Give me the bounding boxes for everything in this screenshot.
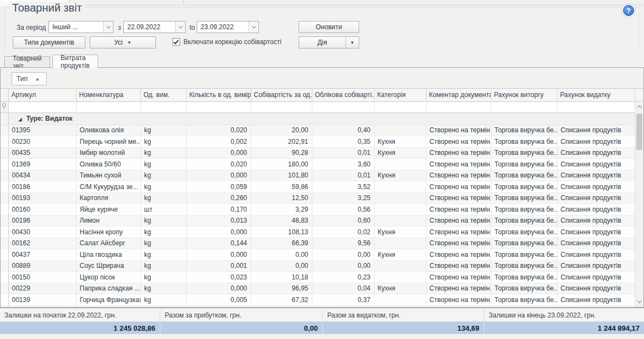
table-row[interactable]: 00150Цукор пісокkg0,02310,180,23Створено… [1,272,635,283]
cell-revenue_account: Торгова виручка бе... [491,294,557,306]
column-header[interactable]: Кількість в од. вимір. [186,89,251,101]
chevron-down-icon[interactable] [103,21,113,33]
cell-category: Кухня [374,147,426,159]
cell-qty: 0,020 [186,159,251,170]
column-header[interactable]: Категорія [374,89,426,101]
filter-cell[interactable] [312,101,374,112]
checkbox-box[interactable] [172,38,180,46]
cell-category [374,204,426,216]
cell-qty: 0,260 [186,192,251,204]
cell-expense_account: Списання продуктів [557,159,635,170]
scrollbar-thumb[interactable] [636,114,642,150]
chevron-down-icon[interactable] [248,21,258,33]
cell-name: Цукор пісок [76,272,140,283]
cell-revenue_account: Торгова виручка бе... [491,249,557,261]
summary-values-row: 1 245 028,860,00134,691 244 894,17 [0,322,644,334]
filter-cell[interactable] [374,101,426,112]
cell-qty: 0,144 [186,238,251,249]
column-header[interactable]: Рахунок видатку [557,89,635,101]
cell-category [374,294,426,306]
scroll-up-button[interactable] [635,103,644,111]
cell-article: 00229 [8,283,76,294]
table-row[interactable]: 00196Лимонkg0,01346,830,60Створено на те… [1,215,635,227]
cell-qty: 0,005 [186,294,251,306]
table-row[interactable]: 00139Горчица Французкаяkg0,00567,320,37С… [1,294,635,306]
cell-unit: kg [140,272,186,283]
cell-qty: 0,000 [186,283,251,294]
group-by-panel: Тип ▲ [1,68,643,89]
chevron-down-icon[interactable] [175,21,185,33]
row-indicator-header [1,89,8,101]
cell-unit: шт [140,204,186,216]
table-row[interactable]: 00162Салат Айсбергkg0,14466,399,56Створе… [1,238,635,249]
cell-expense_account: Списання продуктів [557,238,635,249]
row-indicator [1,272,8,283]
table-row[interactable]: 00186С/М Кукурудза зе...kg0,05959,863,52… [1,181,635,193]
cell-comment: Створено на термін... [426,227,491,238]
period-combobox[interactable]: Інший ... [48,21,113,33]
tab-goods-report[interactable]: Товарний звіт [4,56,50,68]
filter-cell[interactable] [186,101,251,112]
filter-cell[interactable] [557,101,635,112]
cell-unit: kg [140,159,186,170]
column-header[interactable]: Рахунок виторгу [491,89,557,101]
date-to-picker[interactable]: 23.09.2022 [197,21,259,33]
table-row[interactable]: 00435Імбир молотийkg0,00090,280,01КухняС… [1,147,635,159]
from-label: з [118,24,121,31]
action-split-button[interactable]: Дія ▼ [299,36,359,49]
table-row[interactable]: 00229Паприка сладкая ...kg0,00096,950,04… [1,283,635,294]
table-row[interactable]: 00430Насіння кропуkg0,000108,130,02Кухня… [1,227,635,238]
filter-cell[interactable] [491,101,557,112]
table-row[interactable]: 00889Соус Шрирачаkg0,0010,000,00Створено… [1,260,635,272]
filter-cell[interactable] [426,101,491,112]
table-row[interactable]: 00437Ціла гвоздикаkg0,0000,000,00КухняСт… [1,249,635,261]
tab-divider [183,0,184,6]
help-button[interactable]: ? [621,3,636,18]
column-header[interactable]: Коментар документа [426,89,491,101]
group-row[interactable]: ◢Type: Видаток [1,112,635,125]
action-button-label[interactable]: Дія [299,37,345,48]
column-header[interactable]: Облікова собіварті... [312,89,374,101]
cell-name: Ціла гвоздика [76,249,140,261]
cell-acc_cost: 0,60 [312,215,374,227]
column-header[interactable]: Артикул [8,89,76,101]
vertical-scrollbar[interactable] [635,101,643,307]
column-header[interactable]: Номенклатура [76,89,140,101]
column-header[interactable]: Од. вим. [140,89,186,101]
cell-acc_cost: 0,01 [312,147,374,159]
column-header[interactable]: Собівартість за од... [251,89,312,101]
document-types-filter-dropdown[interactable]: Усі ▼ [90,36,156,49]
group-by-chip-type[interactable]: Тип ▲ [12,72,47,85]
table-row[interactable]: 00193Картопляkg0,26012,503,25Створено на… [1,192,635,204]
scroll-down-button[interactable] [635,297,644,306]
filter-cell[interactable] [8,101,76,112]
table-row[interactable]: 01395Оливкова оліяkg0,02020,000,40Створе… [1,125,635,136]
filter-cell[interactable] [251,101,312,112]
include-cost-correction-checkbox[interactable]: Включати корекцію собівартості [172,38,282,46]
cell-expense_account: Списання продуктів [557,215,635,227]
table-row[interactable]: 01369Оливка 50/60kg0,020180,003,60Створе… [1,159,635,170]
cell-qty: 0,000 [186,170,251,181]
cell-revenue_account: Торгова виручка бе... [491,283,557,294]
cell-category [374,125,426,136]
filter-cell[interactable] [76,101,140,112]
filter-cell[interactable] [140,101,186,112]
table-row[interactable]: 00230Перець чорний ме...kg0,002202,910,3… [1,136,635,148]
caret-down-icon[interactable]: ▼ [345,37,359,48]
expand-triangle-icon[interactable]: ◢ [19,117,22,122]
row-indicator [1,283,8,294]
cell-name: Імбир молотий [76,147,140,159]
table-row[interactable]: 00160Яйце курячешт0,1703,290,56Створено … [1,204,635,216]
tab-product-expense[interactable]: Витрата продуктів [52,55,98,68]
document-types-button[interactable]: Типи документів [13,36,85,49]
date-from-picker[interactable]: 22.09.2022 [123,21,186,33]
cell-acc_cost: 3,25 [312,192,374,204]
row-indicator [1,294,8,306]
cell-cost: 96,95 [251,283,312,294]
summary-label: Залишки на початок 22.09.2022, грн. [0,309,160,321]
cell-article: 00230 [8,136,76,148]
table-row[interactable]: 00434Тимьян сухойkg0,000101,800,01КухняС… [1,170,635,181]
period-label: За період [17,24,46,31]
cell-category [374,192,426,204]
refresh-button[interactable]: Оновити [299,21,359,33]
